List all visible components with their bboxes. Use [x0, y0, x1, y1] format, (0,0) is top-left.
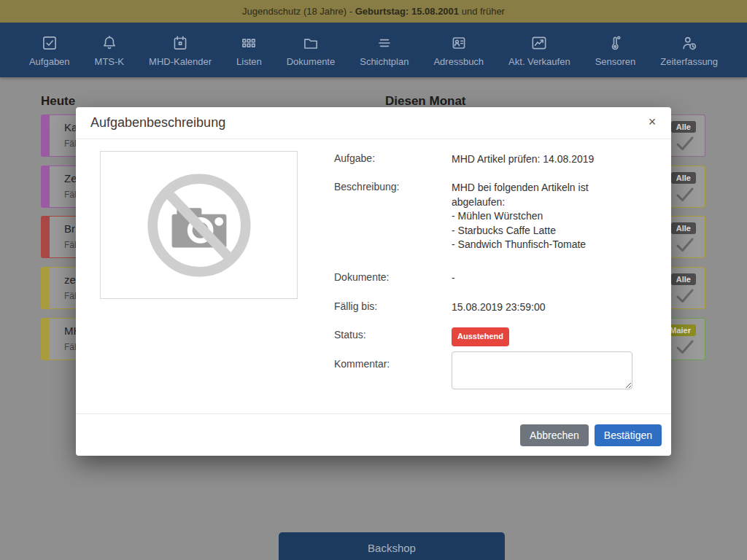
- assignee-badge: Alle: [671, 273, 696, 285]
- nav-item[interactable]: MTS-K: [95, 34, 124, 67]
- assignee-badge: Alle: [671, 222, 696, 234]
- app-window: Jugendschutz (18 Jahre) - Geburtstag: 15…: [0, 0, 747, 560]
- nav-item-label: Sensoren: [595, 56, 636, 67]
- calendar-icon: [171, 34, 190, 52]
- nav-item[interactable]: Zeiterfassung: [660, 34, 718, 67]
- nav-item[interactable]: MHD-Kalender: [149, 34, 212, 67]
- grid-icon: [239, 34, 258, 52]
- dokumente-label: Dokumente:: [334, 271, 389, 283]
- beschreibung-line: - Sandwich Thunfisch-Tomate: [452, 238, 632, 252]
- nav-item-label: Schichtplan: [360, 56, 409, 67]
- task-card-title: Br: [64, 222, 75, 235]
- beschreibung-line: - Starbucks Caffe Latte: [452, 224, 632, 238]
- no-image-icon: [137, 163, 261, 287]
- contact-card-icon: [449, 34, 468, 52]
- main-nav: Aufgaben MTS-K MHD-Kalender Listen Dokum…: [0, 23, 747, 77]
- folder-icon: [301, 34, 320, 52]
- nav-item-label: Adressbuch: [433, 56, 484, 67]
- faellig-bis-value: 15.08.2019 23:59:00: [452, 300, 632, 315]
- task-image-placeholder: [100, 151, 298, 299]
- assignee-badge: Alle: [671, 172, 696, 184]
- beschreibung-value: MHD bei folgenden Artikeln ist abgelaufe…: [452, 181, 632, 252]
- dokumente-value: -: [452, 271, 632, 286]
- task-card-title: Ze: [64, 172, 77, 184]
- nav-item-label: Akt. Verkaufen: [508, 56, 570, 67]
- task-card-title: ze: [64, 273, 76, 286]
- nav-item[interactable]: Schichtplan: [360, 34, 409, 67]
- task-card-due: Fäl: [64, 139, 77, 149]
- nav-item[interactable]: Akt. Verkaufen: [508, 34, 570, 67]
- nav-item[interactable]: Listen: [236, 34, 262, 67]
- beschreibung-label: Beschreibung:: [334, 181, 400, 192]
- close-icon[interactable]: ×: [643, 113, 661, 131]
- task-check-icon[interactable]: [676, 187, 694, 203]
- modal-title: Aufgabenbeschreibung: [90, 115, 225, 131]
- modal-footer: Abbrechen Bestätigen: [76, 413, 671, 456]
- task-card-due: Fäl: [64, 190, 77, 200]
- chart-icon: [530, 34, 549, 52]
- beschreibung-line: - Mühlen Würstchen: [452, 209, 632, 224]
- status-label: Status:: [334, 329, 366, 341]
- nav-item-label: Listen: [236, 56, 262, 67]
- jugendschutz-birthdate: Geburtstag: 15.08.2001: [355, 6, 459, 17]
- task-card-due: Fäl: [64, 342, 77, 352]
- nav-item-label: MTS-K: [95, 56, 124, 67]
- kommentar-label: Kommentar:: [334, 358, 390, 370]
- status-badge: Ausstehend: [452, 327, 509, 346]
- task-card-due: Fäl: [64, 240, 77, 250]
- task-check-icon[interactable]: [676, 136, 694, 152]
- modal-header: Aufgabenbeschreibung ×: [76, 107, 671, 139]
- aufgabe-value: MHD Artikel prüfen: 14.08.2019: [452, 152, 632, 167]
- faellig-bis-label: Fällig bis:: [334, 300, 377, 312]
- cancel-button[interactable]: Abbrechen: [520, 424, 589, 446]
- confirm-button[interactable]: Bestätigen: [595, 424, 662, 446]
- task-check-icon[interactable]: [676, 237, 694, 253]
- heute-heading: Heute: [41, 94, 75, 109]
- nav-item[interactable]: Aufgaben: [29, 34, 70, 67]
- nav-item[interactable]: Adressbuch: [433, 34, 484, 67]
- aufgabenbeschreibung-modal: Aufgabenbeschreibung × Aufgabe: MHD Arti…: [76, 107, 671, 456]
- task-check-icon[interactable]: [676, 288, 694, 304]
- diesen-monat-heading: Diesen Monat: [385, 94, 466, 109]
- jugendschutz-text: Jugendschutz (18 Jahre) - Geburtstag: 15…: [242, 6, 505, 17]
- bell-icon: [100, 34, 119, 52]
- nav-item[interactable]: Sensoren: [595, 34, 636, 67]
- task-card-due: Fäl: [64, 291, 77, 301]
- backshop-button[interactable]: Backshop: [279, 532, 505, 560]
- nav-item-label: Zeiterfassung: [660, 56, 718, 67]
- nav-item-label: Aufgaben: [29, 56, 70, 67]
- aufgabe-label: Aufgabe:: [334, 152, 375, 164]
- beschreibung-line: MHD bei folgenden Artikeln ist abgelaufe…: [452, 181, 632, 209]
- jugendschutz-bar: Jugendschutz (18 Jahre) - Geburtstag: 15…: [0, 0, 747, 23]
- assignee-badge: Alle: [671, 121, 696, 133]
- task-check-icon[interactable]: [676, 339, 694, 355]
- nav-item[interactable]: Dokumente: [287, 34, 335, 67]
- nav-item-label: MHD-Kalender: [149, 56, 212, 67]
- nav-item-label: Dokumente: [287, 56, 335, 67]
- list-lines-icon: [375, 34, 394, 52]
- thermometer-icon: [605, 34, 624, 52]
- checkbox-icon: [40, 34, 59, 52]
- person-clock-icon: [680, 34, 699, 52]
- kommentar-input[interactable]: [452, 351, 632, 389]
